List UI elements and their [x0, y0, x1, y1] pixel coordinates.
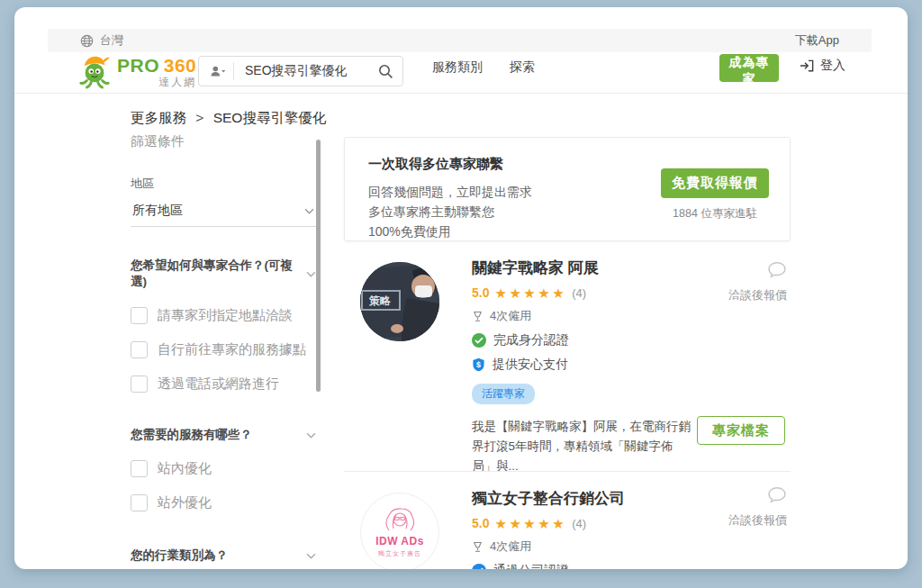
magnifier-icon — [378, 64, 393, 79]
expert-card: IDW ADs 獨立女子廣告 獨立女子整合行銷公司 5.0 ★★★★★ (4) … — [344, 472, 791, 569]
hires-label: 4次僱用 — [490, 538, 531, 555]
checkbox-icon — [131, 460, 148, 477]
header-divider — [14, 93, 908, 94]
cta-line: 100%免費使用 — [368, 222, 768, 241]
chevron-down-icon — [304, 208, 314, 214]
checkbox-icon — [131, 341, 148, 358]
price-note-block: 洽談後報價 — [728, 261, 787, 303]
region-select[interactable]: 所有地區 — [131, 197, 316, 227]
filter-section-title: 您的行業類別為？ — [131, 547, 228, 564]
trophy-icon — [472, 541, 484, 553]
trophy-icon — [472, 311, 484, 322]
region-field-label: 地區 — [131, 176, 316, 192]
filters-scrollbar[interactable] — [316, 140, 321, 392]
filter-option[interactable]: 站外優化 — [131, 494, 316, 511]
cert-label: 通過公司認證 — [493, 563, 569, 569]
price-note-block: 洽談後報價 — [728, 486, 787, 529]
site-header: PRO 360 達人網 服務類別 探索 — [14, 52, 908, 93]
login-button[interactable]: 登入 — [800, 58, 845, 74]
search-box — [198, 56, 403, 86]
breadcrumb-parent[interactable]: 更多服務 — [131, 110, 186, 125]
check-circle-icon — [472, 564, 486, 569]
search-button[interactable] — [376, 64, 402, 79]
filter-section-industry: 您的行業類別為？ 服務業 批發零售業 — [131, 547, 316, 569]
filter-option-label: 請專家到指定地點洽談 — [158, 307, 293, 324]
logo-pro: PRO — [117, 55, 159, 76]
filter-section-title: 您需要的服務有哪些？ — [131, 427, 252, 443]
avatar-company-logo-text: IDW ADs — [375, 535, 424, 547]
filter-option[interactable]: 自行前往專家的服務據點 — [131, 341, 316, 358]
filter-section-title: 您希望如何與專家合作？(可複選) — [131, 258, 306, 290]
site-logo[interactable]: PRO 360 達人網 — [77, 53, 196, 89]
logo-text: PRO 360 達人網 — [117, 56, 196, 87]
filter-option[interactable]: 站內優化 — [131, 460, 316, 477]
chevron-down-icon — [306, 432, 316, 439]
expert-count-text: 1884 位專家進駐 — [660, 206, 770, 222]
nav-item-categories[interactable]: 服務類別 — [430, 52, 484, 83]
checkbox-icon — [131, 375, 148, 393]
search-input[interactable] — [234, 64, 376, 78]
chevron-down-icon — [306, 553, 316, 559]
login-label: 登入 — [820, 58, 845, 74]
hires-row: 4次僱用 — [472, 538, 791, 555]
region-label: 台灣 — [100, 32, 123, 49]
price-note: 洽談後報價 — [728, 512, 787, 529]
breadcrumb-current: SEO搜尋引擎優化 — [213, 110, 327, 125]
download-app-link[interactable]: 下載App — [795, 32, 839, 49]
expert-description: 我是【關鍵字戰略家】阿展，在電商行銷界打滾5年時間，專精領域「關鍵字佈局」與..… — [472, 417, 693, 476]
expert-card: 策略 關鍵字戰略家 阿展 5.0 ★★★★★ (4) — [344, 241, 791, 472]
filter-section-cooperation: 您希望如何與專家合作？(可複選) 請專家到指定地點洽談 自行前往專家的服務據點 … — [131, 258, 316, 393]
filters-title: 篩選條件 — [131, 133, 316, 150]
chat-bubble-icon[interactable] — [767, 261, 787, 278]
logo-subtitle: 達人網 — [117, 77, 196, 87]
cta-right: 免費取得報價 1884 位專家進駐 — [660, 168, 770, 222]
review-count: (4) — [572, 286, 586, 300]
become-expert-button[interactable]: 成為專家 — [719, 54, 779, 82]
expert-avatar[interactable]: IDW ADs 獨立女子廣告 — [360, 493, 439, 569]
chat-bubble-icon[interactable] — [767, 486, 787, 503]
star-icons: ★★★★★ — [494, 517, 566, 530]
checkbox-icon — [131, 494, 148, 511]
hires-label: 4次僱用 — [490, 308, 531, 324]
nav-item-explore[interactable]: 探索 — [508, 52, 537, 83]
star-icons: ★★★★★ — [494, 286, 566, 300]
region-selector[interactable]: 台灣 — [80, 32, 123, 49]
filter-section-header[interactable]: 您希望如何與專家合作？(可複選) — [131, 258, 316, 290]
price-note: 洽談後報價 — [728, 287, 787, 303]
filter-option-label: 透過電話或網路進行 — [158, 375, 279, 393]
filter-option[interactable]: 透過電話或網路進行 — [131, 375, 316, 393]
top-strip: 台灣 下載App — [48, 29, 872, 52]
cert-row: 完成身分認證 — [472, 332, 791, 348]
logo-360: 360 — [164, 55, 197, 76]
region-select-value: 所有地區 — [132, 203, 183, 219]
login-icon — [800, 59, 815, 73]
avatar-company-logo-subtext: 獨立女子廣告 — [378, 549, 421, 558]
active-expert-badge: 活躍專家 — [472, 384, 535, 404]
main-nav: 服務類別 探索 — [430, 52, 537, 83]
filter-section-header[interactable]: 您的行業類別為？ — [131, 547, 316, 564]
hires-row: 4次僱用 — [472, 308, 791, 324]
svg-text:$: $ — [476, 360, 481, 369]
filter-option-label: 自行前往專家的服務據點 — [158, 341, 306, 358]
get-quote-button[interactable]: 免費取得報價 — [661, 168, 769, 198]
rating-score: 5.0 — [472, 516, 489, 530]
expert-avatar[interactable]: 策略 — [360, 262, 439, 341]
filter-option-label: 站外優化 — [158, 494, 212, 511]
filter-option[interactable]: 請專家到指定地點洽談 — [131, 307, 316, 324]
breadcrumb: 更多服務 > SEO搜尋引擎優化 — [131, 109, 326, 128]
page-window: 台灣 下載App PRO 360 — [14, 7, 908, 569]
cert-row: $ 提供安心支付 — [472, 357, 791, 373]
chevron-down-icon — [306, 271, 316, 277]
cert-label: 完成身分認證 — [493, 332, 569, 348]
cert-row: 通過公司認證 — [472, 563, 791, 569]
check-circle-icon — [472, 333, 486, 348]
quote-cta-card: 一次取得多位專家聯繫 回答幾個問題，立即提出需求 多位專家將主動聯繫您 100%… — [344, 137, 791, 241]
cert-label: 提供安心支付 — [493, 357, 568, 373]
filter-section-header[interactable]: 您需要的服務有哪些？ — [131, 427, 316, 443]
filter-section-services: 您需要的服務有哪些？ 站內優化 站外優化 — [131, 427, 316, 511]
search-category-dropdown[interactable] — [199, 65, 233, 78]
results-main: 一次取得多位專家聯繫 回答幾個問題，立即提出需求 多位專家將主動聯繫您 100%… — [344, 137, 791, 569]
expert-profile-button[interactable]: 專家檔案 — [697, 416, 785, 445]
person-icon — [210, 65, 226, 78]
shield-dollar-icon: $ — [472, 357, 485, 372]
